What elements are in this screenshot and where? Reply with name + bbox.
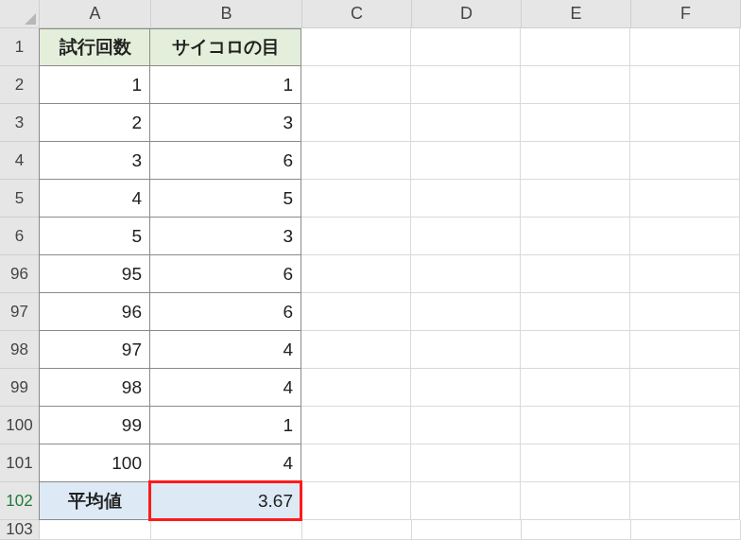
cell[interactable] <box>301 28 411 66</box>
cell[interactable] <box>301 180 411 218</box>
cell-trial[interactable]: 2 <box>39 104 150 142</box>
cell[interactable] <box>630 293 740 331</box>
row-header[interactable]: 1 <box>0 28 40 66</box>
cell[interactable] <box>411 331 521 369</box>
row-header[interactable]: 4 <box>0 142 40 180</box>
cell-die[interactable]: 4 <box>150 369 301 407</box>
cell[interactable] <box>630 255 740 293</box>
cell[interactable] <box>630 482 740 520</box>
cell[interactable] <box>411 255 521 293</box>
cell[interactable] <box>301 142 411 180</box>
cell[interactable] <box>302 520 412 540</box>
cell[interactable] <box>630 104 740 142</box>
cell-die[interactable]: 5 <box>150 180 301 218</box>
cell[interactable] <box>411 369 521 407</box>
row-header[interactable]: 5 <box>0 180 40 218</box>
row-header[interactable]: 3 <box>0 104 40 142</box>
row-header[interactable]: 103 <box>0 520 40 540</box>
cell-average-value[interactable]: 3.67 <box>150 482 301 520</box>
col-header-D[interactable]: D <box>412 0 522 28</box>
cell-die[interactable]: 3 <box>150 218 301 255</box>
cell[interactable] <box>521 104 630 142</box>
col-header-E[interactable]: E <box>522 0 631 28</box>
cell[interactable] <box>411 482 521 520</box>
cell-trial[interactable]: 4 <box>39 180 150 218</box>
cell-die[interactable]: 3 <box>150 104 301 142</box>
cell[interactable] <box>521 142 630 180</box>
cell[interactable] <box>411 66 521 104</box>
col-header-C[interactable]: C <box>302 0 412 28</box>
cell[interactable] <box>301 255 411 293</box>
cell[interactable] <box>411 444 521 482</box>
cell-trial[interactable]: 1 <box>39 66 150 104</box>
cell[interactable] <box>411 180 521 218</box>
cell[interactable] <box>630 66 740 104</box>
row-header[interactable]: 96 <box>0 255 40 293</box>
cell-die[interactable]: 4 <box>150 444 301 482</box>
cell-die[interactable]: 6 <box>150 255 301 293</box>
cell-trial[interactable]: 97 <box>39 331 150 369</box>
row-header[interactable]: 99 <box>0 369 40 407</box>
cell[interactable] <box>630 28 740 66</box>
cell[interactable] <box>411 407 521 444</box>
cell[interactable] <box>630 180 740 218</box>
cell-die[interactable]: 1 <box>150 407 301 444</box>
row-header[interactable]: 101 <box>0 444 40 482</box>
cell[interactable] <box>521 407 630 444</box>
cell[interactable] <box>301 369 411 407</box>
cell[interactable] <box>411 293 521 331</box>
cell-average-label[interactable]: 平均値 <box>39 482 150 520</box>
cell[interactable] <box>521 331 630 369</box>
cell[interactable] <box>411 142 521 180</box>
cell[interactable] <box>521 218 630 255</box>
cell-die[interactable]: 1 <box>150 66 301 104</box>
col-header-B[interactable]: B <box>151 0 302 28</box>
row-header[interactable]: 100 <box>0 407 40 444</box>
cell[interactable] <box>631 520 741 540</box>
cell[interactable] <box>630 369 740 407</box>
cell[interactable] <box>301 444 411 482</box>
col-header-A[interactable]: A <box>40 0 151 28</box>
cell[interactable] <box>301 66 411 104</box>
cell[interactable] <box>521 180 630 218</box>
cell[interactable] <box>522 520 631 540</box>
header-trial[interactable]: 試行回数 <box>39 28 150 66</box>
cell[interactable] <box>40 520 151 540</box>
cell-die[interactable]: 4 <box>150 331 301 369</box>
cell[interactable] <box>412 520 522 540</box>
cell-die[interactable]: 6 <box>150 142 301 180</box>
cell[interactable] <box>630 444 740 482</box>
row-header[interactable]: 97 <box>0 293 40 331</box>
cell[interactable] <box>521 255 630 293</box>
cell[interactable] <box>301 293 411 331</box>
cell[interactable] <box>521 482 630 520</box>
cell[interactable] <box>521 293 630 331</box>
cell[interactable] <box>301 407 411 444</box>
cell[interactable] <box>301 482 411 520</box>
cell[interactable] <box>301 104 411 142</box>
cell[interactable] <box>521 28 630 66</box>
select-all-corner[interactable] <box>0 0 40 28</box>
cell[interactable] <box>521 66 630 104</box>
cell[interactable] <box>301 331 411 369</box>
cell-trial[interactable]: 98 <box>39 369 150 407</box>
cell[interactable] <box>521 369 630 407</box>
row-header[interactable]: 6 <box>0 218 40 255</box>
cell-die[interactable]: 6 <box>150 293 301 331</box>
cell[interactable] <box>521 444 630 482</box>
cell[interactable] <box>301 218 411 255</box>
cell-trial[interactable]: 96 <box>39 293 150 331</box>
cell[interactable] <box>630 142 740 180</box>
cell[interactable] <box>151 520 302 540</box>
cell-trial[interactable]: 3 <box>39 142 150 180</box>
cell-trial[interactable]: 5 <box>39 218 150 255</box>
row-header[interactable]: 2 <box>0 66 40 104</box>
row-header[interactable]: 98 <box>0 331 40 369</box>
cell[interactable] <box>411 218 521 255</box>
cell[interactable] <box>411 28 521 66</box>
cell-trial[interactable]: 99 <box>39 407 150 444</box>
cell[interactable] <box>630 331 740 369</box>
cell[interactable] <box>630 407 740 444</box>
row-header[interactable]: 102 <box>0 482 40 520</box>
cell[interactable] <box>411 104 521 142</box>
